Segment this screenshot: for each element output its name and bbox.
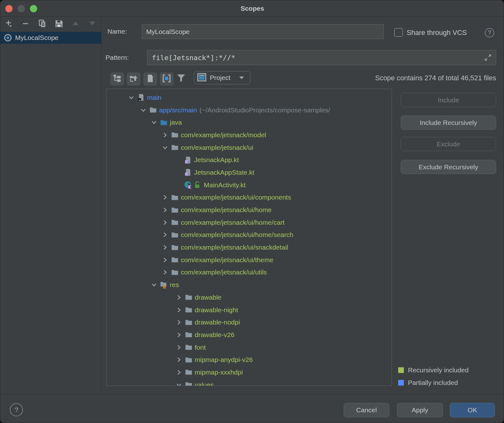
scopes-dialog: Scopes MyLocalScope Name: Share through …	[0, 0, 504, 423]
tree-row[interactable]: com/example/jetsnack/ui/snackdetail	[106, 241, 392, 254]
chevron-down-icon[interactable]	[175, 381, 185, 386]
tree-row[interactable]: main	[106, 91, 392, 104]
tree-row[interactable]: com/example/jetsnack/ui/components	[106, 191, 392, 204]
folder-icon	[171, 219, 179, 226]
lock-icon	[194, 181, 202, 189]
folder-up-arrow-icon	[129, 74, 138, 84]
move-down-scope-button	[88, 20, 96, 28]
tree-row[interactable]: com/example/jetsnack/ui/theme	[106, 254, 392, 266]
chevron-right-icon[interactable]	[175, 369, 185, 376]
tree-row[interactable]: values	[106, 379, 392, 386]
copy-scope-button[interactable]	[38, 20, 46, 28]
tree-item-label: com/example/jetsnack/ui/theme	[181, 256, 273, 264]
folder-icon	[171, 194, 179, 201]
show-files-toggle[interactable]	[143, 72, 157, 86]
pattern-input[interactable]	[147, 54, 483, 62]
show-scope-borders-toggle[interactable]	[160, 72, 174, 86]
ok-button[interactable]: OK	[450, 403, 495, 417]
chevron-right-icon[interactable]	[175, 344, 185, 351]
filter-button[interactable]	[175, 74, 187, 84]
chevron-right-icon[interactable]	[175, 319, 185, 326]
tree-item-label: com/example/jetsnack/ui/snackdetail	[181, 244, 288, 251]
chevron-down-icon[interactable]	[162, 144, 171, 151]
scope-name-input[interactable]	[142, 24, 384, 39]
show-hierarchy-toggle[interactable]	[110, 72, 124, 86]
chevron-right-icon[interactable]	[175, 356, 185, 363]
tree-row[interactable]: com/example/jetsnack/ui/home/search	[106, 229, 392, 241]
chevron-right-icon[interactable]	[162, 269, 171, 276]
tree-row[interactable]: com/example/jetsnack/model	[106, 129, 392, 141]
apply-button[interactable]: Apply	[397, 403, 443, 417]
chevron-right-icon[interactable]	[162, 257, 171, 263]
tree-item-label: MainActivity.kt	[204, 181, 246, 189]
chevron-down-icon[interactable]	[151, 119, 160, 126]
chevron-right-icon[interactable]	[175, 307, 185, 313]
remove-icon	[22, 20, 29, 29]
scopes-list-panel: MyLocalScope	[0, 17, 101, 394]
tree-row[interactable]: mipmap-xxxhdpi	[106, 366, 392, 379]
tree-row[interactable]: drawable-v26	[106, 329, 392, 341]
chevron-right-icon[interactable]	[162, 244, 171, 251]
tree-item-label: com/example/jetsnack/ui/components	[181, 194, 291, 201]
tree-row[interactable]: com/example/jetsnack/ui/utils	[106, 266, 392, 279]
chevron-right-icon[interactable]	[162, 206, 171, 213]
tree-row[interactable]: res	[106, 279, 392, 291]
cancel-button[interactable]: Cancel	[344, 403, 389, 417]
tree-row[interactable]: com/example/jetsnack/ui/home	[106, 204, 392, 216]
view-selector-label: Project	[210, 74, 230, 82]
tree-row[interactable]: drawable-night	[106, 304, 392, 316]
scope-item-label: MyLocalScope	[15, 34, 59, 42]
chevron-right-icon[interactable]	[175, 294, 185, 301]
kotlin-class-icon	[184, 181, 192, 189]
compact-packages-toggle[interactable]	[127, 72, 140, 86]
move-up-icon	[72, 20, 80, 29]
save-scope-button[interactable]	[55, 20, 63, 28]
include-button: Include	[401, 93, 496, 107]
tree-row[interactable]: font	[106, 341, 392, 354]
help-button[interactable]: ?	[10, 403, 23, 416]
tree-item-label: app/src/main	[159, 106, 197, 114]
share-vcs-label: Share through VCS	[407, 29, 467, 37]
add-scope-button[interactable]	[5, 20, 13, 28]
tree-row[interactable]: app/src/main(~/AndroidStudioProjects/com…	[106, 104, 392, 116]
chevron-right-icon[interactable]	[162, 132, 171, 138]
pattern-field	[147, 50, 496, 65]
tree-row[interactable]: java	[106, 116, 392, 129]
chevron-right-icon[interactable]	[162, 194, 171, 201]
chevron-down-icon[interactable]	[128, 94, 137, 101]
tree-row[interactable]: mipmap-anydpi-v26	[106, 353, 392, 366]
expand-pattern-icon[interactable]	[483, 52, 493, 63]
chevron-right-icon[interactable]	[175, 331, 185, 338]
folder-icon	[171, 206, 179, 214]
tree-row[interactable]: drawable	[106, 291, 392, 304]
tree-item-label: com/example/jetsnack/ui/home/cart	[181, 219, 284, 226]
tree-row[interactable]: com/example/jetsnack/ui	[106, 141, 392, 154]
tree-item-label: mipmap-xxxhdpi	[195, 369, 243, 376]
chevron-down-icon[interactable]	[140, 107, 149, 114]
save-icon	[55, 20, 63, 29]
exclude-recursively-button[interactable]: Exclude Recursively	[401, 160, 496, 174]
view-selector-dropdown[interactable]: Project	[194, 71, 250, 84]
pattern-label: Pattern:	[106, 54, 129, 61]
tree-row[interactable]: com/example/jetsnack/ui/home/cart	[106, 216, 392, 229]
folder-icon	[185, 319, 192, 326]
tree-row[interactable]: drawable-nodpi	[106, 316, 392, 329]
chevron-down-icon[interactable]	[151, 281, 160, 288]
scope-list-item[interactable]: MyLocalScope	[0, 32, 101, 44]
legend-label: Partially included	[408, 379, 458, 386]
share-vcs-help-icon[interactable]: ?	[485, 28, 494, 37]
window-title: Scopes	[0, 0, 504, 17]
folder-icon	[171, 256, 179, 263]
share-vcs-checkbox[interactable]	[394, 28, 403, 37]
remove-scope-button[interactable]	[21, 20, 30, 28]
tree-row[interactable]: JetsnackApp.kt	[106, 154, 392, 166]
chevron-right-icon[interactable]	[162, 231, 171, 238]
hierarchy-icon	[113, 74, 121, 84]
tree-item-label: main	[147, 94, 162, 101]
tree-item-label: JetsnackApp.kt	[194, 156, 239, 164]
tree-row[interactable]: MainActivity.kt	[106, 179, 392, 191]
tree-item-label: com/example/jetsnack/ui/home/search	[181, 231, 293, 239]
chevron-right-icon[interactable]	[162, 219, 171, 226]
include-recursively-button[interactable]: Include Recursively	[401, 116, 496, 130]
tree-row[interactable]: JetsnackAppState.kt	[106, 166, 392, 179]
